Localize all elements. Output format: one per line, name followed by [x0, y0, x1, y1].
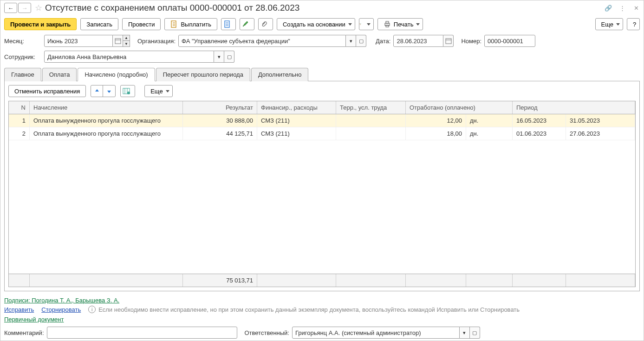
comment-label: Комментарий: [4, 329, 44, 336]
favorite-star-icon[interactable]: ☆ [35, 3, 42, 13]
more-button[interactable]: Еще [595, 18, 623, 30]
help-button[interactable]: ? [627, 18, 640, 30]
cell-period-to: 31.05.2023 [566, 114, 635, 127]
cell-otr: 12,00 [406, 114, 466, 127]
move-down-button[interactable] [103, 85, 115, 97]
footer: Подписи: Погодина Т. А., Барышева З. А. … [0, 295, 644, 341]
calendar-icon [114, 37, 122, 45]
tab-accrued-detail[interactable]: Начислено (подробно) [78, 68, 155, 81]
create-based-on-button[interactable]: Создать на основании [277, 18, 355, 30]
col-name[interactable]: Начисление [30, 101, 183, 114]
table-row[interactable]: 2 Оплата вынужденного прогула госслужаще… [9, 127, 635, 140]
col-worked[interactable]: Отработано (оплачено) [406, 101, 513, 114]
org-dropdown-icon[interactable]: ▾ [346, 35, 356, 47]
cell-n: 2 [9, 127, 30, 140]
date-input[interactable]: 28.06.2023 [393, 35, 443, 47]
cell-period-from: 01.06.2023 [513, 127, 566, 140]
col-result[interactable]: Результат [183, 101, 257, 114]
document-icon-button[interactable] [221, 18, 236, 30]
responsible-dropdown-icon[interactable]: ▾ [460, 327, 470, 339]
close-icon[interactable]: ✕ [632, 4, 640, 12]
grid-body: 1 Оплата вынужденного прогула госслужаще… [9, 114, 635, 274]
post-button[interactable]: Провести [122, 18, 161, 30]
attachment-icon-button[interactable] [258, 18, 273, 30]
table-settings-button[interactable] [120, 85, 135, 97]
structure-icon-button[interactable] [359, 18, 374, 30]
responsible-input[interactable]: Григорьянц А.А. (системный администратор… [292, 327, 460, 339]
date-input-group: 28.06.2023 [393, 35, 454, 47]
footer-total: 75 013,71 [183, 274, 257, 287]
month-input-group: Июнь 2023 ▲▼ [44, 35, 130, 47]
print-button[interactable]: Печать [377, 18, 423, 30]
marker-icon-button[interactable] [240, 18, 254, 30]
footer-name [30, 274, 183, 287]
tab-additional[interactable]: Дополнительно [251, 68, 309, 81]
cell-fin: СМЗ (211) [257, 127, 336, 140]
footer-terr [336, 274, 406, 287]
window-title: Отсутствие с сохранением оплаты 0000-000… [45, 3, 605, 13]
month-calendar-icon[interactable] [113, 35, 123, 47]
responsible-open-icon[interactable]: ▢ [470, 327, 480, 339]
cell-terr [336, 127, 406, 140]
primary-document-link[interactable]: Первичный документ [4, 316, 64, 323]
cell-period-from: 16.05.2023 [513, 114, 566, 127]
main-toolbar: Провести и закрыть Записать Провести Вып… [0, 15, 644, 33]
employee-dropdown-icon[interactable]: ▾ [214, 51, 224, 63]
post-and-close-button[interactable]: Провести и закрыть [4, 18, 77, 30]
table-columns-icon [123, 87, 130, 95]
number-input-group: 0000-000001 [484, 35, 535, 47]
kebab-menu-icon[interactable]: ⋮ [618, 4, 626, 12]
cell-unit: дн. [466, 127, 513, 140]
col-n[interactable]: N [9, 101, 30, 114]
org-label: Организация: [137, 38, 176, 45]
col-financing[interactable]: Финансир., расходы [257, 101, 336, 114]
number-input[interactable]: 0000-000001 [484, 35, 535, 47]
tab-recalc[interactable]: Пересчет прошлого периода [156, 68, 250, 81]
pay-button[interactable]: Выплатить [164, 18, 217, 30]
print-label: Печать [394, 21, 414, 28]
cancel-corrections-button[interactable]: Отменить исправления [8, 85, 86, 97]
svg-rect-2 [359, 24, 360, 24]
month-input[interactable]: Июнь 2023 [44, 35, 113, 47]
cell-terr [336, 114, 406, 127]
titlebar: ← → ☆ Отсутствие с сохранением оплаты 00… [0, 0, 644, 15]
tab-payment[interactable]: Оплата [42, 68, 77, 81]
form-row-2: Сотрудник: Данилова Анна Валерьевна ▾ ▢ [0, 49, 644, 65]
document-money-icon [170, 20, 178, 28]
org-open-icon[interactable]: ▢ [356, 35, 366, 47]
form-row-1: Месяц: Июнь 2023 ▲▼ Организация: ФА "Упр… [0, 33, 644, 49]
tree-icon [359, 20, 361, 28]
cell-period-to: 27.06.2023 [566, 127, 635, 140]
comment-input[interactable] [47, 327, 237, 339]
month-spinner[interactable]: ▲▼ [123, 35, 130, 47]
number-label: Номер: [461, 38, 481, 45]
tab-main[interactable]: Главное [4, 68, 41, 81]
fix-link[interactable]: Исправить [4, 306, 34, 313]
signatures-link[interactable]: Подписи: Погодина Т. А., Барышева З. А. [4, 297, 119, 304]
employee-input-group: Данилова Анна Валерьевна ▾ ▢ [44, 51, 234, 63]
org-input[interactable]: ФА "Управление субъекта федерации" [178, 35, 346, 47]
nav-back-button[interactable]: ← [4, 3, 17, 13]
grid-more-button[interactable]: Еще [144, 85, 172, 97]
nav-forward-button[interactable]: → [18, 3, 31, 13]
storno-link[interactable]: Сторнировать [41, 306, 81, 313]
cell-unit: дн. [466, 114, 513, 127]
cell-result: 44 125,71 [183, 127, 257, 140]
cell-fin: СМЗ (211) [257, 114, 336, 127]
tabs: Главное Оплата Начислено (подробно) Пере… [4, 67, 640, 81]
cell-name: Оплата вынужденного прогула госслужащего [30, 114, 183, 127]
link-icon[interactable]: 🔗 [605, 4, 612, 12]
comment-input-group [47, 327, 237, 339]
calendar-icon [445, 37, 452, 45]
save-button[interactable]: Записать [80, 18, 118, 30]
employee-open-icon[interactable]: ▢ [224, 51, 234, 63]
employee-input[interactable]: Данилова Анна Валерьевна [44, 51, 214, 63]
table-row[interactable]: 1 Оплата вынужденного прогула госслужаще… [9, 114, 635, 127]
date-calendar-icon[interactable] [443, 35, 454, 47]
move-up-button[interactable] [91, 85, 103, 97]
col-territory[interactable]: Терр., усл. труда [336, 101, 406, 114]
svg-rect-8 [115, 39, 121, 44]
footer-otr [406, 274, 466, 287]
footer-p1 [513, 274, 566, 287]
col-period[interactable]: Период [513, 101, 635, 114]
